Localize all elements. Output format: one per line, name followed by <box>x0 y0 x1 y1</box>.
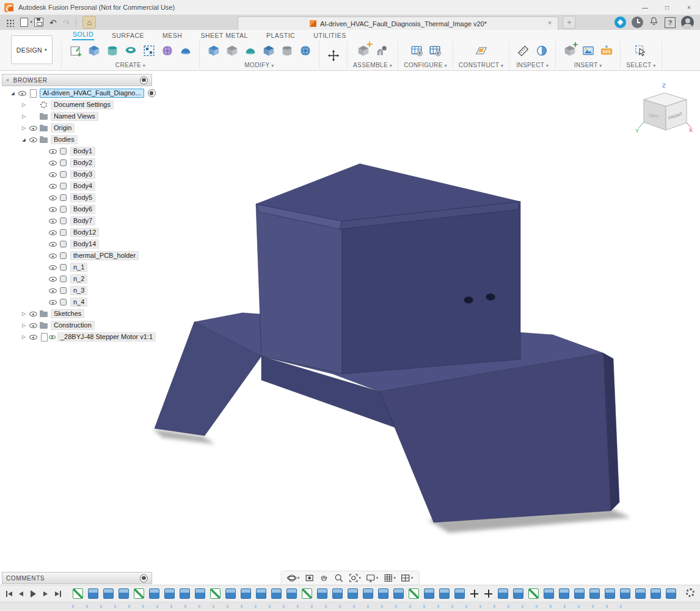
model-hole-2[interactable] <box>486 294 495 301</box>
timeline-feature-icon[interactable] <box>424 588 434 599</box>
timeline-feature-icon[interactable] <box>134 588 144 599</box>
press-pull-icon[interactable] <box>205 43 222 59</box>
visibility-eye-icon[interactable] <box>29 136 38 144</box>
comments-toggle-radio[interactable] <box>140 574 148 582</box>
visibility-eye-icon[interactable] <box>18 89 27 97</box>
maximize-button[interactable]: □ <box>656 0 678 15</box>
tree-row[interactable]: thermal_PCB_holder <box>2 250 152 262</box>
home-view-icon[interactable] <box>82 16 96 29</box>
node-label[interactable]: Body7 <box>70 216 95 225</box>
visibility-eye-icon[interactable] <box>29 321 38 329</box>
node-label[interactable]: Body14 <box>70 240 99 249</box>
tree-row[interactable]: Body3 <box>2 169 152 180</box>
split-body-icon[interactable] <box>297 43 313 59</box>
node-label[interactable]: Origin <box>51 123 75 133</box>
visibility-eye-icon[interactable] <box>49 229 57 236</box>
step-forward-icon[interactable] <box>40 588 51 599</box>
browser-header[interactable]: BROWSER <box>2 74 152 86</box>
assemble-menu-label[interactable]: ASSEMBLE <box>353 62 392 68</box>
joint-icon[interactable] <box>374 43 390 59</box>
timeline-feature-icon[interactable] <box>286 588 297 599</box>
timeline-feature-icon[interactable] <box>302 588 312 599</box>
node-label[interactable]: thermal_PCB_holder <box>70 251 139 260</box>
timeline-feature-icon[interactable] <box>256 588 266 599</box>
node-label[interactable]: Body12 <box>70 228 99 237</box>
node-label[interactable]: Body1 <box>70 147 95 156</box>
timeline-feature-icon[interactable] <box>635 588 646 599</box>
node-label[interactable]: Body2 <box>70 158 95 167</box>
tree-row[interactable]: Sketches <box>2 308 152 320</box>
node-label[interactable]: n_4 <box>70 298 87 307</box>
fit-view-icon[interactable]: ▾ <box>346 573 363 584</box>
shell-icon[interactable] <box>242 43 258 59</box>
create-menu-label[interactable]: CREATE <box>115 62 145 68</box>
box-icon[interactable] <box>86 43 102 59</box>
timeline-feature-icon[interactable] <box>271 588 282 599</box>
timeline-feature-icon[interactable] <box>605 588 615 599</box>
viewcube-z-axis-label[interactable]: Z <box>662 82 666 89</box>
decal-icon[interactable] <box>580 43 596 59</box>
job-status-icon[interactable] <box>632 16 643 28</box>
user-avatar[interactable] <box>681 16 694 29</box>
tree-row[interactable]: n_1 <box>2 262 152 273</box>
look-at-icon[interactable] <box>302 573 316 584</box>
insert-svg-icon[interactable]: SVG <box>598 43 614 59</box>
timeline-feature-icon[interactable] <box>484 589 493 598</box>
orbit-icon[interactable]: ▾ <box>285 573 302 584</box>
visibility-eye-icon[interactable] <box>49 240 57 248</box>
save-icon[interactable] <box>34 18 43 27</box>
node-label[interactable]: Body4 <box>70 181 95 191</box>
visibility-eye-icon[interactable] <box>29 333 38 341</box>
new-tab-button[interactable]: + <box>563 16 575 29</box>
tree-row[interactable]: Body2 <box>2 157 152 169</box>
undo-icon[interactable] <box>49 18 57 27</box>
close-tab-icon[interactable]: × <box>545 19 553 26</box>
expander-icon[interactable] <box>20 335 27 340</box>
node-label[interactable]: Body3 <box>70 170 95 179</box>
model-face-box-left[interactable] <box>256 204 342 374</box>
timeline-feature-icon[interactable] <box>225 588 236 599</box>
timeline-feature-icon[interactable] <box>439 588 450 599</box>
timeline-feature-icon[interactable] <box>513 588 523 599</box>
node-label[interactable]: Body6 <box>70 205 95 214</box>
redo-icon[interactable] <box>63 18 70 27</box>
timeline-feature-icon[interactable] <box>118 588 129 599</box>
viewcube-y-axis-label[interactable]: Y <box>635 128 639 134</box>
tree-row[interactable]: n_3 <box>2 285 152 296</box>
model-3d-bracket[interactable] <box>153 164 630 533</box>
timeline-feature-icon[interactable] <box>164 588 175 599</box>
expander-icon[interactable] <box>20 312 27 316</box>
tab-solid[interactable]: SOLID <box>72 31 94 40</box>
insert-derive-icon[interactable] <box>561 43 578 59</box>
revolve-icon[interactable] <box>122 43 139 59</box>
node-label[interactable]: Document Settings <box>51 100 114 109</box>
timeline-feature-icon[interactable] <box>470 589 479 598</box>
visibility-eye-icon[interactable] <box>49 147 57 155</box>
extensions-icon[interactable] <box>614 16 626 28</box>
new-component-icon[interactable] <box>355 43 372 59</box>
timeline-feature-icon[interactable] <box>378 588 388 599</box>
timeline-feature-icon[interactable] <box>544 588 554 599</box>
tree-row[interactable]: Body7 <box>2 215 152 227</box>
timeline-feature-icon[interactable] <box>363 588 373 599</box>
visibility-eye-icon[interactable] <box>49 298 57 306</box>
view-cube[interactable]: Z LEFT FRONT Y X <box>634 81 695 137</box>
timeline-feature-icon[interactable] <box>498 588 508 599</box>
visibility-eye-icon[interactable] <box>49 182 57 190</box>
timeline-feature-icon[interactable] <box>73 588 83 599</box>
timeline-feature-icon[interactable] <box>103 588 114 599</box>
browser-display-radio[interactable] <box>140 76 148 84</box>
node-label[interactable]: AI-driven_HVAC_Fault_Diagno... <box>40 89 144 98</box>
visibility-eye-icon[interactable] <box>49 159 57 167</box>
node-label[interactable]: n_2 <box>70 274 87 284</box>
workspace-selector-button[interactable]: DESIGN <box>11 35 53 64</box>
file-menu-icon[interactable] <box>20 18 28 27</box>
fillet-icon[interactable] <box>224 43 240 59</box>
construction-plane-icon[interactable] <box>473 43 489 59</box>
visibility-eye-icon[interactable] <box>49 205 57 213</box>
visibility-eye-icon[interactable] <box>49 252 57 260</box>
timeline-feature-icon[interactable] <box>620 588 630 599</box>
pattern-icon[interactable] <box>140 43 157 59</box>
timeline-feature-icon[interactable] <box>409 588 419 599</box>
timeline-feature-icon[interactable] <box>88 588 98 599</box>
